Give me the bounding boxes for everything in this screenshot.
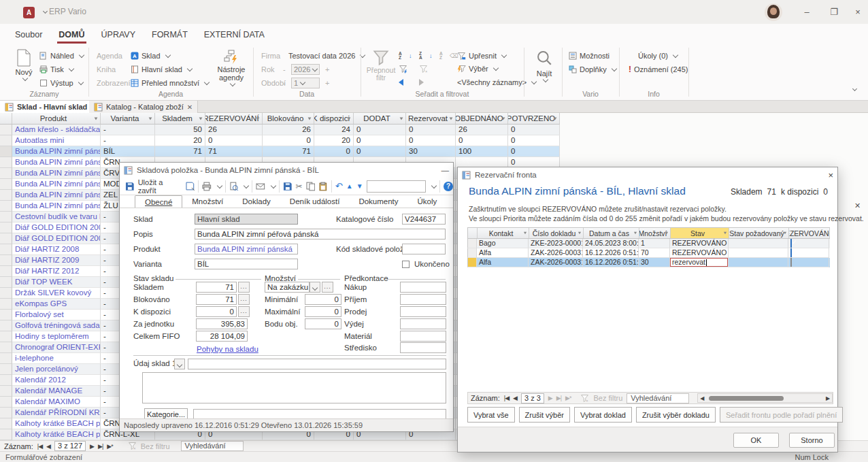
column-dropdown-icon[interactable] <box>784 232 786 235</box>
action-button[interactable]: Vybrat vše <box>467 407 515 423</box>
skladem-field[interactable]: 71 <box>196 282 237 293</box>
column-header-stav-pozadovany[interactable]: Stav požadovaný <box>729 228 789 238</box>
doklad-cell[interactable]: ZKE-2023-00001 <box>529 239 583 248</box>
stock-movements-link[interactable]: Pohyby na skladu <box>197 345 258 353</box>
row-selector[interactable] <box>0 146 12 157</box>
rezervovano-checkbox[interactable] <box>790 239 792 248</box>
agenda-select[interactable]: ASklad <box>131 50 170 61</box>
action-button[interactable]: Vybrat doklad <box>574 407 632 423</box>
product-cell[interactable]: i-telephone <box>12 353 101 364</box>
filter-remove-icon-button[interactable]: × <box>419 63 428 74</box>
column-dropdown-icon[interactable] <box>95 118 98 120</box>
reservation-row[interactable]: Bago ZKE-2023-00001 24.05.2023 8:00:47 1… <box>467 239 830 248</box>
last-record-icon[interactable]: ▶| <box>556 395 561 401</box>
quick-search-combobox[interactable] <box>367 180 427 193</box>
scroll-right-icon[interactable]: ▶ <box>824 395 832 401</box>
k-dispozici-cell[interactable]: 24 <box>314 125 354 135</box>
column-dropdown-icon[interactable] <box>149 118 152 120</box>
row-selector[interactable] <box>0 299 12 310</box>
product-cell[interactable]: Bunda ALPIN zimní pánská <box>12 201 101 212</box>
undo-icon[interactable]: ↶ <box>335 182 343 191</box>
print-icon[interactable] <box>202 182 212 191</box>
variant-cell[interactable]: - <box>101 125 155 135</box>
rezervovano-cell[interactable]: 26 <box>205 125 263 135</box>
rezervovano-cell[interactable] <box>788 248 829 258</box>
row-selector[interactable] <box>0 277 12 288</box>
minimalni-field[interactable]: 0 <box>305 294 341 305</box>
blokovano-builder-button[interactable] <box>238 294 250 305</box>
stav-edit-input[interactable]: rezervovat <box>670 258 728 267</box>
prev-filter-button[interactable] <box>399 77 403 88</box>
rezervovano-cell[interactable]: 71 <box>205 146 263 157</box>
kontakt-cell[interactable]: Alfa <box>477 258 529 267</box>
column-header-rezervovano[interactable]: REZERVOVÁNO <box>789 228 830 238</box>
skladem-builder-button[interactable] <box>238 282 250 293</box>
product-cell[interactable]: Hodiny s teploměrem <box>12 331 101 342</box>
output-button[interactable]: Výstup <box>39 78 83 88</box>
na-zakazku-dropdown[interactable] <box>310 282 320 293</box>
row-selector[interactable] <box>0 168 12 179</box>
objednano-cell[interactable]: 0 <box>456 135 508 146</box>
restore-button[interactable]: ❐ <box>820 0 848 24</box>
k-dispozici-cell[interactable]: 0 <box>314 146 354 157</box>
paste-icon[interactable] <box>318 182 328 191</box>
kontakt-cell[interactable]: Bago <box>477 239 529 248</box>
new-record-icon[interactable]: ▶* <box>565 395 571 401</box>
filter-apply-icon-button[interactable] <box>399 63 407 74</box>
product-cell[interactable]: Adam křeslo - skládačka <box>12 125 101 135</box>
datum-cell[interactable]: 16.12.2026 0:51:29 <box>583 258 639 267</box>
mnozstvi-cell[interactable]: 70 <box>639 248 670 258</box>
bodu-obj-field[interactable]: 0 <box>305 318 341 329</box>
product-cell[interactable]: eKompas GPS <box>12 299 101 310</box>
record-position[interactable]: 3 z 127 <box>54 441 86 451</box>
row-selector[interactable] <box>0 157 12 168</box>
column-dropdown-icon[interactable] <box>256 118 260 120</box>
obdobi-plus[interactable]: + <box>325 79 329 87</box>
k-dispozici-builder-button[interactable] <box>238 306 250 317</box>
potvrzeno-cell[interactable]: 0 <box>508 135 560 146</box>
product-cell[interactable]: Kalendář MAXIMO <box>12 397 101 408</box>
column-dropdown-icon[interactable] <box>724 232 727 235</box>
column-dropdown-icon[interactable] <box>308 118 312 120</box>
sort-clear-button[interactable]: AZ⌫ <box>439 50 458 61</box>
product-cell[interactable]: Bunda ALPIN zimní pánská <box>12 157 101 168</box>
column-header-potvrzeno[interactable]: POTVRZENO <box>508 113 560 124</box>
dialog-tab[interactable]: Dokumenty <box>349 195 407 208</box>
doklad-cell[interactable]: ZAK-2026-00031 <box>529 258 583 267</box>
row-selector[interactable] <box>0 418 12 429</box>
record-position[interactable]: 3 z 3 <box>521 393 544 403</box>
mnozstvi-cell[interactable]: 30 <box>639 258 670 267</box>
stock-dialog-titlebar[interactable]: Skladová položka - Bunda ALPIN zimní pán… <box>120 163 453 178</box>
stav-cell[interactable]: REZERVOVÁNO <box>670 239 729 248</box>
column-dropdown-icon[interactable] <box>199 118 203 120</box>
product-cell[interactable]: Bunda ALPIN zimní pánská <box>12 146 101 157</box>
horizontal-scrollbar[interactable]: ◀ ▶ <box>697 393 833 403</box>
row-selector[interactable] <box>0 408 12 418</box>
row-selector[interactable] <box>0 125 12 135</box>
send-icon[interactable] <box>256 182 265 191</box>
rezervovano-cell[interactable] <box>788 239 829 248</box>
row-selector[interactable] <box>0 255 12 266</box>
column-dropdown-icon[interactable] <box>554 118 557 120</box>
next-item-icon[interactable]: ▼ <box>356 182 363 190</box>
na-zakazku-select[interactable]: Na zakázku <box>265 282 310 293</box>
column-dropdown-icon[interactable] <box>502 118 505 120</box>
search-input[interactable]: Vyhledávání <box>181 441 244 451</box>
udaj-sklad-textarea[interactable] <box>142 372 446 403</box>
maximalni-field[interactable]: 0 <box>305 306 341 317</box>
row-selector[interactable] <box>0 320 12 331</box>
first-record-icon[interactable]: |◀ <box>37 443 42 450</box>
sklad-field[interactable]: Hlavní sklad <box>195 214 298 225</box>
varianta-field[interactable]: BÍL <box>195 259 298 269</box>
product-cell[interactable]: Diář TOP WEEK <box>12 277 101 288</box>
sort-az-button[interactable]: AZ↓ <box>399 50 412 61</box>
reservation-dialog-titlebar[interactable]: Rezervační fronta × <box>458 167 837 182</box>
product-cell[interactable]: Bunda ALPIN zimní pánská <box>12 179 101 190</box>
collapse-ribbon-chevron-icon[interactable] <box>852 86 857 91</box>
agenda-tools-button[interactable]: Nástroje agendy <box>212 49 250 87</box>
product-cell[interactable]: Kalendář PŘÍRODNÍ KRÁSY <box>12 408 101 418</box>
tab-sklad-hlavni-sklad[interactable]: Sklad - Hlavní sklad✕ <box>0 101 102 113</box>
print-button[interactable]: Tisk <box>39 64 73 75</box>
dodat-cell[interactable]: 0 <box>354 125 406 135</box>
variant-cell[interactable]: BÍL <box>101 146 155 157</box>
